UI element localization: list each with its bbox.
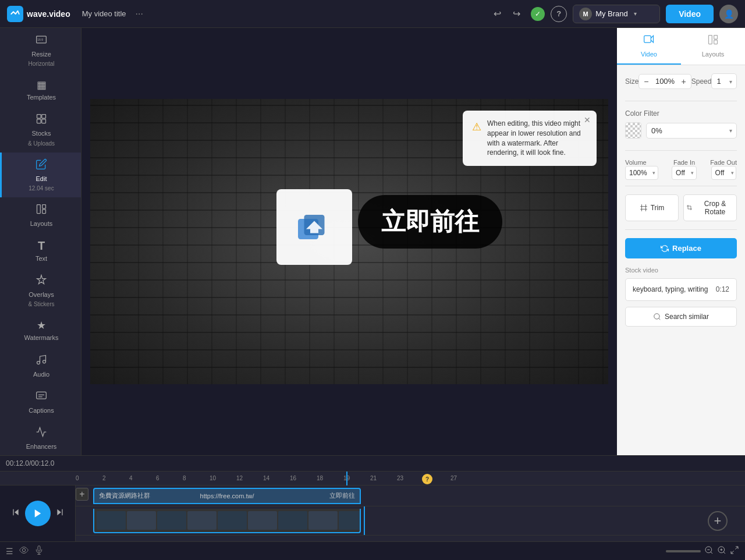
volume-row: Volume 100%75%50%0% Fade In OffOn bbox=[625, 159, 737, 180]
undo-button[interactable]: ↩ bbox=[489, 6, 506, 22]
fit-to-screen-button[interactable] bbox=[730, 545, 739, 557]
mic-icon[interactable] bbox=[34, 545, 44, 557]
ruler-mark-6: 6 bbox=[156, 475, 183, 481]
sidebar-sublabel-stocks: & Uploads bbox=[28, 140, 55, 147]
check-icon: ✓ bbox=[531, 7, 545, 21]
timeline-scrollbar[interactable] bbox=[666, 550, 701, 552]
sidebar-label-text: Text bbox=[36, 255, 47, 263]
sidebar-item-layouts[interactable]: Layouts bbox=[0, 197, 81, 233]
trim-button[interactable]: Trim bbox=[625, 194, 679, 221]
sidebar-item-stocks[interactable]: Stocks & Uploads bbox=[0, 107, 81, 152]
help-button[interactable]: ? bbox=[551, 6, 567, 22]
search-similar-label: Search similar bbox=[665, 313, 709, 321]
svg-rect-4 bbox=[37, 119, 41, 123]
sidebar-item-resize[interactable]: 16:9 Resize Horizontal bbox=[0, 28, 81, 73]
color-filter-select[interactable]: 0% bbox=[646, 123, 737, 139]
subtitle-icon[interactable] bbox=[19, 545, 29, 557]
tab-layouts[interactable]: Layouts bbox=[681, 28, 745, 65]
skip-forward-button[interactable] bbox=[55, 508, 65, 519]
search-similar-button[interactable]: Search similar bbox=[625, 307, 737, 327]
svg-text:16:9: 16:9 bbox=[37, 38, 43, 41]
topbar: wave.video My video title ··· ↩ ↪ ✓ ? M … bbox=[0, 0, 745, 28]
redo-button[interactable]: ↪ bbox=[508, 6, 525, 22]
clip-label-2: 立即前往 bbox=[269, 491, 355, 500]
play-button[interactable] bbox=[25, 501, 51, 526]
sidebar-item-edit[interactable]: Edit 12.04 sec bbox=[0, 153, 81, 197]
video-tab-label: Video bbox=[641, 51, 657, 58]
size-value: 100% bbox=[654, 75, 677, 88]
sidebar-item-captions[interactable]: Captions bbox=[0, 384, 81, 420]
fade-in-select-wrapper: OffOn bbox=[672, 166, 697, 180]
sidebar-item-watermarks[interactable]: ★ Watermarks bbox=[0, 313, 81, 348]
sidebar-label-overlays: Overlays bbox=[29, 291, 54, 299]
skip-back-button[interactable] bbox=[11, 508, 20, 519]
volume-group: Volume 100%75%50%0% bbox=[625, 159, 658, 180]
color-swatch[interactable] bbox=[625, 122, 641, 139]
clip-label-1: https://free.com.tw/ bbox=[185, 492, 270, 499]
sidebar-sublabel-edit: 12.04 sec bbox=[29, 185, 54, 192]
clip-thumbnail-bar[interactable] bbox=[93, 509, 361, 533]
ruler-mark-14: 14 bbox=[263, 475, 290, 481]
ruler-mark-0: 0 bbox=[76, 475, 102, 481]
sidebar-label-captions: Captions bbox=[29, 407, 54, 414]
sidebar-label-edit: Edit bbox=[36, 175, 47, 183]
track-row-labels: 免費資源網路社群 https://free.com.tw/ 立即前往 bbox=[76, 485, 745, 506]
fade-in-select[interactable]: OffOn bbox=[672, 166, 697, 180]
app-logo-icon bbox=[7, 6, 23, 22]
ruler-mark-18: 18 bbox=[317, 475, 343, 481]
right-panel: Video Layouts Size − 100% + Speed bbox=[617, 28, 745, 455]
sidebar-label-stocks: Stocks bbox=[31, 130, 51, 137]
sidebar-item-templates[interactable]: ▦ Templates bbox=[0, 73, 81, 107]
zoom-in-button[interactable] bbox=[717, 545, 726, 557]
size-decrease-button[interactable]: − bbox=[639, 75, 653, 88]
svg-line-26 bbox=[711, 552, 712, 554]
sidebar-item-text[interactable]: T Text bbox=[0, 233, 81, 268]
sidebar-label-resize: Resize bbox=[31, 51, 51, 58]
publish-button[interactable]: Video bbox=[666, 5, 714, 23]
volume-select[interactable]: 100%75%50%0% bbox=[625, 166, 658, 180]
zoom-out-button[interactable] bbox=[704, 545, 714, 557]
svg-rect-5 bbox=[42, 119, 46, 123]
brand-selector[interactable]: M My Brand ▾ bbox=[573, 5, 660, 23]
timeline-ruler: 0 2 4 6 8 10 12 14 16 18 19 21 23 25 27 bbox=[0, 472, 745, 485]
fade-out-label: Fade Out bbox=[710, 159, 737, 166]
brand-chevron-icon: ▾ bbox=[634, 10, 637, 17]
logo-overlay[interactable] bbox=[276, 189, 352, 265]
fade-out-select[interactable]: OffOn bbox=[711, 166, 736, 180]
video-title[interactable]: My video title bbox=[82, 9, 126, 18]
stock-video-section: Stock video keyboard, typing, writing 0:… bbox=[617, 267, 745, 307]
svg-point-9 bbox=[37, 361, 40, 364]
add-track-button[interactable]: + bbox=[76, 488, 88, 501]
color-filter-section: Color Filter 0% bbox=[617, 101, 745, 150]
clip-label-bar[interactable]: 免費資源網路社群 https://free.com.tw/ 立即前往 bbox=[93, 488, 361, 504]
replace-button[interactable]: Replace bbox=[625, 238, 737, 258]
size-speed-row: Size − 100% + Speed 11.52 bbox=[625, 73, 737, 89]
save-check-button[interactable]: ✓ bbox=[531, 7, 545, 21]
video-text-content: 立即前往 bbox=[381, 205, 479, 238]
sidebar-item-enhancers[interactable]: Enhancers bbox=[0, 420, 81, 455]
svg-rect-7 bbox=[42, 204, 46, 208]
scrollbar-thumb[interactable] bbox=[666, 550, 701, 552]
svg-rect-3 bbox=[42, 115, 46, 119]
clip-label-0: 免費資源網路社群 bbox=[99, 491, 185, 500]
sidebar-item-audio[interactable]: Audio bbox=[0, 348, 81, 384]
text-overlay[interactable]: 立即前往 bbox=[358, 195, 502, 249]
speed-select[interactable]: 11.52 bbox=[711, 73, 737, 89]
overlays-icon bbox=[36, 274, 47, 289]
sidebar-item-overlays[interactable]: Overlays & Stickers bbox=[0, 268, 81, 313]
canvas-area: 立即前往 ⚠ When editing, this video might ap… bbox=[81, 28, 617, 455]
list-icon[interactable]: ☰ bbox=[6, 547, 13, 556]
svg-point-20 bbox=[654, 314, 659, 319]
size-increase-button[interactable]: + bbox=[677, 75, 691, 88]
color-filter-row: 0% bbox=[625, 122, 737, 139]
svg-rect-6 bbox=[37, 204, 41, 213]
tab-video[interactable]: Video bbox=[617, 28, 681, 65]
video-frame[interactable]: 立即前往 ⚠ When editing, this video might ap… bbox=[90, 99, 608, 384]
ruler-mark-8: 8 bbox=[183, 475, 210, 481]
add-clip-button[interactable]: + bbox=[708, 511, 728, 531]
user-avatar[interactable]: 👤 bbox=[719, 5, 738, 23]
more-options-button[interactable]: ··· bbox=[132, 8, 147, 20]
crop-rotate-button[interactable]: Crop & Rotate bbox=[683, 194, 737, 221]
main-content: 16:9 Resize Horizontal ▦ Templates Stock… bbox=[0, 28, 745, 455]
close-warning-button[interactable]: ✕ bbox=[584, 115, 591, 125]
